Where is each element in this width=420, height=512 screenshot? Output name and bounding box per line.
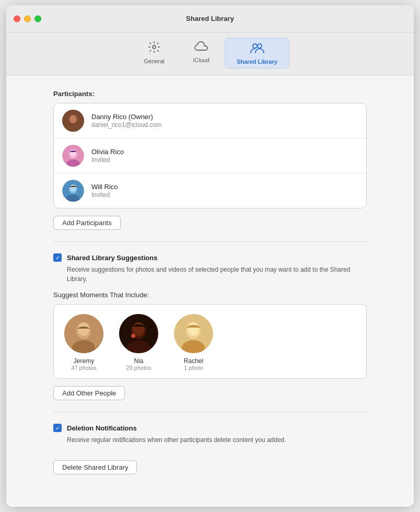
moment-name: Rachel (184, 357, 203, 365)
tab-shared-library-label: Shared Library (237, 59, 277, 65)
svg-point-17 (78, 322, 89, 336)
maximize-button[interactable] (34, 15, 41, 22)
tab-general[interactable]: General (131, 38, 178, 68)
suggest-moments-label: Suggest Moments That Include: (53, 291, 367, 299)
window-title: Shared Library (186, 15, 234, 22)
participant-info: Danny Rico (Owner) daniel_rico1@icloud.c… (91, 113, 161, 129)
toolbar: General iCloud Shared Library (6, 32, 414, 75)
list-item[interactable]: Jeremy 47 photos (64, 314, 103, 371)
add-other-people-button[interactable]: Add Other People (53, 386, 125, 400)
svg-point-26 (188, 322, 199, 336)
delete-shared-library-button[interactable]: Delete Shared Library (53, 460, 137, 474)
participant-name: Danny Rico (Owner) (91, 113, 161, 121)
main-window: Shared Library General iCloud (6, 5, 414, 507)
cloud-icon (194, 41, 208, 55)
list-item[interactable]: Rachel 1 photo (174, 314, 213, 371)
avatar (62, 180, 84, 202)
svg-point-5 (70, 115, 76, 123)
suggestions-description: Receive suggestions for photos and video… (67, 265, 367, 284)
svg-point-1 (253, 44, 257, 48)
svg-point-0 (153, 45, 156, 49)
avatar (62, 110, 84, 132)
moment-count: 20 photos (126, 365, 151, 371)
tab-shared-library[interactable]: Shared Library (225, 38, 289, 68)
participant-name: Will Rico (91, 183, 118, 191)
participant-info: Will Rico Invited (91, 183, 118, 199)
moment-count: 47 photos (71, 365, 96, 371)
deletion-title: Deletion Notifications (67, 424, 137, 432)
tab-icloud-label: iCloud (193, 57, 209, 63)
deletion-checkbox-row: ✓ Deletion Notifications (53, 424, 367, 432)
participant-name: Olivia Rico (91, 148, 124, 156)
shared-library-icon (250, 41, 264, 57)
list-item[interactable]: Nia 20 photos (119, 314, 158, 371)
participant-status: Invited (91, 191, 118, 199)
participant-status: Invited (91, 156, 124, 164)
deletion-checkbox[interactable]: ✓ (53, 424, 62, 432)
svg-point-2 (258, 44, 262, 48)
avatar (62, 145, 84, 167)
tab-general-label: General (144, 58, 165, 64)
participant-email: daniel_rico1@icloud.com (91, 121, 161, 129)
moment-count: 1 photo (184, 365, 203, 371)
minimize-button[interactable] (24, 15, 31, 22)
table-row: Olivia Rico Invited (54, 138, 366, 173)
content-area: Participants: Danny Rico (Owner) daniel_… (6, 75, 414, 507)
nia-photo (119, 314, 158, 353)
svg-point-21 (133, 322, 144, 336)
add-participants-button[interactable]: Add Participants (53, 216, 121, 230)
jeremy-photo (64, 314, 103, 353)
divider (53, 412, 367, 412)
traffic-lights (14, 15, 41, 22)
deletion-description: Receive regular notifications when other… (67, 435, 367, 445)
rachel-photo (174, 314, 213, 353)
svg-point-13 (70, 184, 76, 192)
suggestions-title: Shared Library Suggestions (67, 254, 157, 262)
moment-name: Nia (134, 357, 143, 365)
gear-icon (148, 41, 160, 56)
suggestions-checkbox[interactable]: ✓ (53, 253, 62, 262)
participants-list: Danny Rico (Owner) daniel_rico1@icloud.c… (53, 103, 367, 208)
titlebar: Shared Library (6, 5, 414, 32)
moment-name: Jeremy (74, 357, 94, 365)
moments-container: Jeremy 47 photos Nia 20 photos (53, 304, 367, 379)
participants-label: Participants: (53, 90, 367, 98)
suggestions-checkbox-row: ✓ Shared Library Suggestions (53, 253, 367, 262)
table-row: Will Rico Invited (54, 173, 366, 208)
tab-icloud[interactable]: iCloud (178, 38, 225, 68)
divider (53, 241, 367, 242)
svg-point-23 (131, 334, 135, 338)
participant-info: Olivia Rico Invited (91, 148, 124, 164)
table-row: Danny Rico (Owner) daniel_rico1@icloud.c… (54, 103, 366, 138)
close-button[interactable] (14, 15, 20, 22)
